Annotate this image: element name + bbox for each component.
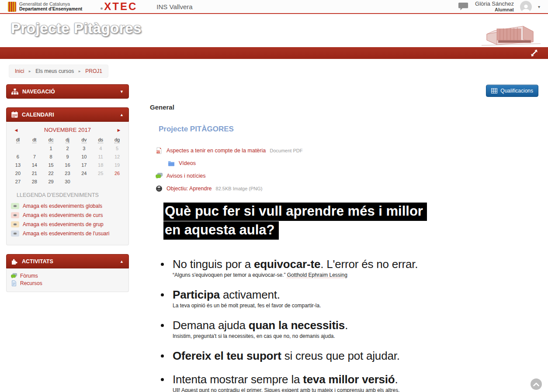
legend-item[interactable]: Amaga els esdeveniments de l'usuari <box>11 230 125 237</box>
calendar-day-cell[interactable]: 9 <box>59 153 76 161</box>
calendar-day-cell[interactable]: 30 <box>59 178 76 186</box>
resource-label[interactable]: Vídeos <box>179 160 196 166</box>
legend-label: Amaga els esdeveniments globals <box>23 203 102 209</box>
navigation-block-header[interactable]: NAVEGACIÓ ▼ <box>6 84 129 99</box>
calendar-day-cell[interactable]: 18 <box>92 161 109 169</box>
resource-item[interactable]: Objectiu: Aprendre82.5KB Imatge (PNG) <box>156 185 542 192</box>
resource-label[interactable]: Aspectes a tenir en compte de la matèria <box>166 148 266 154</box>
eye-chip <box>11 203 19 209</box>
senyera-icon <box>8 2 16 12</box>
advice-sub-text: Insistim, pregunta't si la necessites, e… <box>173 333 542 339</box>
calendar-day-cell[interactable]: 28 <box>26 178 43 186</box>
activity-item[interactable]: Fòrums <box>11 273 124 279</box>
collapse-caret-icon[interactable]: ▲ <box>120 113 124 117</box>
calendar-grid: dldtdcdjdvdsdg12345678910111213141516171… <box>10 136 125 186</box>
scroll-to-top-button[interactable] <box>531 378 542 390</box>
calendar-day-cell[interactable]: 1 <box>43 144 59 153</box>
image-icon <box>156 185 163 192</box>
calendar-next-button[interactable]: ► <box>113 127 125 133</box>
user-menu[interactable]: Glòria Sánchez Alumnat <box>475 0 514 13</box>
user-role: Alumnat <box>475 7 514 13</box>
calendar-day-cell[interactable]: 25 <box>92 169 109 178</box>
calendar-day-cell[interactable]: 23 <box>59 169 76 178</box>
sidebar: NAVEGACIÓ ▼ CALENDARI ▲ <box>6 84 129 392</box>
calendar-day-cell[interactable]: 29 <box>43 178 59 186</box>
calendar-block-title: CALENDARI <box>22 112 54 118</box>
legend-item[interactable]: Amaga els esdeveniments de curs <box>11 212 125 218</box>
collapse-caret-icon[interactable]: ▼ <box>120 89 124 94</box>
folder-icon <box>168 160 175 167</box>
calendar-block: CALENDARI ▲ ◄ NOVEMBRE 2017 ► dldtdcdjdv… <box>6 107 129 245</box>
course-banner: Projecte Pitàgores <box>0 14 548 47</box>
messages-icon[interactable] <box>458 2 469 11</box>
calendar-day-cell[interactable]: 10 <box>76 153 92 161</box>
advice-item: Demana ajuda quan la necessitis.Insistim… <box>155 319 542 339</box>
calendar-prev-button[interactable]: ◄ <box>10 127 22 133</box>
navigation-block-title: NAVEGACIÓ <box>22 89 55 95</box>
calendar-day-cell[interactable]: 20 <box>10 169 26 178</box>
document-icon <box>11 280 17 286</box>
activities-block-header[interactable]: ACTIVITATS ▲ <box>6 254 129 268</box>
calendar-day-cell[interactable]: 5 <box>109 144 125 153</box>
calendar-day-cell[interactable]: 24 <box>76 169 92 178</box>
course-banner-title: Projecte Pitàgores <box>11 20 142 37</box>
calendar-day-cell[interactable]: 19 <box>109 161 125 169</box>
red-banner-bar <box>0 47 548 59</box>
avatar[interactable] <box>520 1 532 13</box>
calendar-day-header: dc <box>43 136 59 144</box>
calendar-day-cell[interactable]: 14 <box>26 161 43 169</box>
grades-button[interactable]: Qualificacions <box>486 85 538 97</box>
advice-item: No tinguis por a equivocar-te. L'error é… <box>155 258 542 278</box>
calendar-day-cell[interactable]: 22 <box>43 169 59 178</box>
resource-item[interactable]: PDFAspectes a tenir en compte de la matè… <box>156 147 542 154</box>
collapse-caret-icon[interactable]: ▲ <box>120 259 124 264</box>
calendar-day-cell[interactable]: 26 <box>109 169 125 178</box>
calendar-day-cell[interactable]: 7 <box>26 153 43 161</box>
calendar-day-cell[interactable]: 16 <box>59 161 76 169</box>
advice-item: Ofereix el teu suport si creus que pot a… <box>155 349 542 363</box>
breadcrumb-item[interactable]: Inici <box>15 68 24 74</box>
xtec-label: XTEC <box>104 0 137 13</box>
resource-item[interactable]: Avisos i notícies <box>156 172 542 179</box>
calendar-empty-cell <box>109 178 125 186</box>
user-menu-caret-icon[interactable]: ▾ <box>538 4 540 9</box>
calendar-day-cell[interactable]: 3 <box>76 144 92 153</box>
resource-label[interactable]: Objectiu: Aprendre <box>166 186 212 192</box>
calendar-day-cell[interactable]: 13 <box>10 161 26 169</box>
expand-icon[interactable] <box>530 49 538 57</box>
advice-item: Participa activament.La teva opinió és u… <box>155 288 542 309</box>
xtec-logo[interactable]: XTEC <box>101 0 137 13</box>
resource-list: PDFAspectes a tenir en compte de la matè… <box>156 147 542 192</box>
forum-icon <box>156 172 163 179</box>
pdf-icon: PDF <box>156 147 163 154</box>
calendar-day-cell[interactable]: 17 <box>76 161 92 169</box>
calendar-day-cell[interactable]: 11 <box>92 153 109 161</box>
calendar-day-cell[interactable]: 15 <box>43 161 59 169</box>
resource-item[interactable]: Vídeos <box>168 159 542 167</box>
calendar-day-cell[interactable]: 8 <box>43 153 59 161</box>
advice-main-text: Intenta mostrar sempre la teva millor ve… <box>173 373 542 386</box>
sitemap-icon <box>11 89 18 95</box>
user-name: Glòria Sánchez <box>475 0 514 7</box>
calendar-day-cell[interactable]: 2 <box>59 144 76 153</box>
course-title-link[interactable]: Projecte PITÀGORES <box>159 125 542 134</box>
gencat-logo[interactable]: Generalitat de Catalunya Departament d'E… <box>8 2 82 12</box>
calendar-day-cell[interactable]: 4 <box>92 144 109 153</box>
site-name: INS Vallvera <box>156 3 192 10</box>
calendar-day-cell[interactable]: 6 <box>10 153 26 161</box>
calendar-day-cell[interactable]: 21 <box>26 169 43 178</box>
breadcrumb-item[interactable]: PROJ1 <box>85 68 102 74</box>
resource-meta: Document PDF <box>270 148 302 153</box>
calendar-day-cell[interactable]: 12 <box>109 153 125 161</box>
calendar-day-cell[interactable]: 27 <box>10 178 26 186</box>
calendar-block-header[interactable]: CALENDARI ▲ <box>6 107 129 122</box>
user-silhouette-icon <box>521 3 531 13</box>
main-content: Qualificacions General Projecte PITÀGORE… <box>129 84 548 392</box>
legend-item[interactable]: Amaga els esdeveniments de grup <box>11 221 125 227</box>
legend-label: Amaga els esdeveniments de curs <box>23 212 103 218</box>
calendar-day-header: dt <box>26 136 43 144</box>
activity-item[interactable]: Recursos <box>11 280 124 286</box>
eye-icon <box>12 231 18 236</box>
resource-label[interactable]: Avisos i notícies <box>166 173 205 179</box>
legend-item[interactable]: Amaga els esdeveniments globals <box>11 203 125 209</box>
